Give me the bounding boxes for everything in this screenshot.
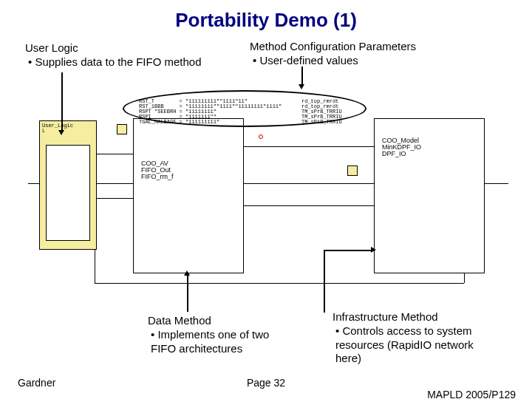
annot-data-method: Data Method • Implements one of two FIFO… (148, 314, 318, 355)
annot-method-config-bullet: • User-defined values (250, 54, 471, 68)
annot-user-logic-bullet: • Supplies data to the FIFO method (25, 55, 221, 69)
annot-infra-method-b2: resources (RapidIO network (332, 338, 517, 352)
annot-method-config-heading: Method Configuration Parameters (250, 40, 471, 54)
connection-dot (259, 134, 263, 139)
small-port-1 (117, 124, 127, 134)
arrow-infra-method-v (324, 250, 325, 313)
arrow-infra-method-h (324, 250, 372, 251)
conn-1 (97, 154, 133, 154)
small-port-2 (347, 166, 358, 176)
arrow-user-logic (61, 72, 63, 132)
footer-author: Gardner (18, 377, 55, 389)
annot-infra-method-b3: here) (332, 352, 517, 366)
data-method-inner-labels: COO_AV FIFO_Out FIFO_rm_f (141, 160, 174, 180)
arrow-user-logic-head (58, 130, 64, 135)
infra-method-inner-labels: COO_Model MinKDPF_IO DPF_IO (382, 137, 421, 157)
infra-method-block: COO_Model MinKDPF_IO DPF_IO (374, 118, 485, 273)
slide-footer: Gardner Page 32 MAPLD 2005/P129 (0, 377, 532, 389)
arrow-method-config (301, 66, 303, 86)
arrow-data-method-head (184, 270, 190, 276)
annot-infra-method: Infrastructure Method • Controls access … (332, 310, 517, 366)
annot-data-method-heading: Data Method (148, 314, 318, 328)
arrow-method-config-head (299, 84, 304, 89)
annot-infra-method-heading: Infrastructure Method (332, 310, 517, 324)
conn-3 (244, 146, 374, 147)
params-ellipse (123, 90, 366, 127)
arrow-data-method (187, 275, 188, 312)
annot-method-config: Method Configuration Parameters • User-d… (250, 40, 471, 68)
data-method-block: COO_AV FIFO_Out FIFO_rm_f (133, 118, 244, 273)
loopback-line (95, 283, 464, 284)
annot-infra-method-b1: • Controls access to system (332, 324, 517, 338)
user-logic-label: User_Logic L (42, 123, 73, 134)
annot-data-method-b2: FIFO architectures (148, 342, 318, 356)
arrow-infra-method-head (371, 247, 376, 253)
user-logic-inner (46, 145, 90, 241)
user-logic-block: User_Logic L (39, 120, 97, 250)
footer-conf: MAPLD 2005/P129 (427, 389, 516, 399)
annot-data-method-b1: • Implements one of two (148, 328, 318, 342)
conn-4 (244, 205, 374, 206)
block-diagram: User_Logic L COO_AV FIFO_Out FIFO_rm_f C… (28, 95, 508, 294)
conn-2 (97, 198, 133, 199)
annot-user-logic: User Logic • Supplies data to the FIFO m… (25, 41, 221, 69)
footer-page: Page 32 (0, 377, 532, 389)
slide-title: Portability Demo (1) (0, 0, 532, 32)
annot-user-logic-heading: User Logic (25, 41, 221, 55)
